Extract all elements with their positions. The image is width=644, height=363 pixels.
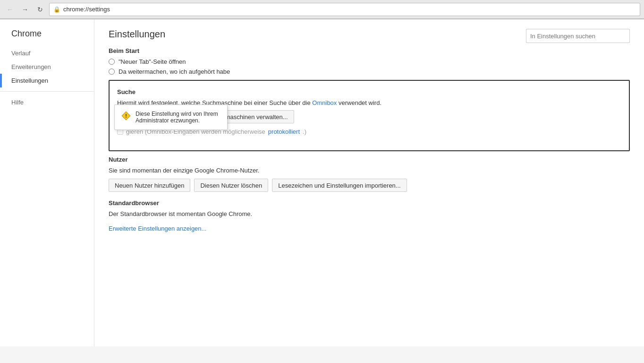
tooltip-text: Diese Einstellung wird von Ihrem Adminis… — [136, 111, 220, 124]
suche-title: Suche — [117, 88, 621, 95]
tooltip-warning-icon: ! — [121, 111, 131, 122]
suche-section: Suche Hiermit wird festgelegt, welche Su… — [117, 88, 621, 135]
toolbar: ← → ↻ 🔒 — [0, 0, 644, 19]
tooltip-warning-svg: ! — [121, 111, 131, 121]
sidebar-divider — [0, 91, 94, 92]
address-input[interactable] — [63, 6, 636, 13]
search-settings-input[interactable] — [526, 29, 630, 43]
standard-title: Standardbrowser — [109, 199, 630, 207]
address-bar[interactable]: 🔒 — [49, 3, 640, 16]
radio-neuer-tab-label: "Neuer Tab"-Seite öffnen — [119, 58, 186, 65]
sidebar-item-label: Verlauf — [11, 50, 30, 57]
sidebar-item-label: Hilfe — [11, 99, 24, 106]
sidebar-item-label: Einstellungen — [11, 77, 48, 84]
radio-option-weitermachen: Da weitermachen, wo ich aufgehört habe — [109, 68, 630, 75]
radio-weitermachen-label: Da weitermachen, wo ich aufgehört habe — [119, 68, 230, 75]
advanced-settings-link[interactable]: Erweiterte Einstellungen anzeigen... — [109, 225, 206, 232]
svg-text:!: ! — [125, 113, 127, 119]
radio-weitermachen[interactable] — [109, 69, 115, 75]
back-button[interactable]: ← — [4, 3, 16, 16]
beim-start-options: "Neuer Tab"-Seite öffnen Da weitermachen… — [109, 58, 630, 75]
standard-section: Standardbrowser Der Standardbrowser ist … — [109, 199, 630, 217]
nutzer-section: Nutzer Sie sind momentan der einzige Goo… — [109, 156, 630, 192]
browser-chrome: ← → ↻ 🔒 — [0, 0, 644, 19]
omnibox-link[interactable]: Omnibox — [312, 99, 337, 106]
sidebar-title: Chrome — [0, 29, 94, 46]
add-user-button[interactable]: Neuen Nutzer hinzufügen — [109, 179, 190, 192]
import-button[interactable]: Lesezeichen und Einstellungen importiere… — [272, 179, 407, 192]
radio-neuer-tab[interactable] — [109, 59, 115, 65]
protokolliert-link[interactable]: protokolliert — [268, 128, 300, 135]
page-body: Chrome Verlauf Erweiterungen Einstellung… — [0, 19, 644, 346]
nutzer-description: Sie sind momentan der einzige Google Chr… — [109, 167, 630, 174]
sidebar-item-label: Erweiterungen — [11, 63, 51, 70]
delete-user-button[interactable]: Diesen Nutzer löschen — [194, 179, 268, 192]
reload-button[interactable]: ↻ — [34, 3, 46, 16]
sidebar-item-einstellungen[interactable]: Einstellungen — [0, 74, 94, 87]
sidebar-item-erweiterungen[interactable]: Erweiterungen — [0, 60, 94, 74]
sidebar: Chrome Verlauf Erweiterungen Einstellung… — [0, 19, 94, 346]
suche-desc-post: verwendet wird. — [337, 99, 381, 106]
beim-start-title: Beim Start — [109, 47, 630, 54]
radio-option-neuer-tab: "Neuer Tab"-Seite öffnen — [109, 58, 630, 65]
sidebar-item-hilfe[interactable]: Hilfe — [0, 95, 94, 109]
content-area: Einstellungen Beim Start "Neuer Tab"-Sei… — [94, 19, 644, 346]
nutzer-button-row: Neuen Nutzer hinzufügen Diesen Nutzer lö… — [109, 179, 630, 192]
standard-description: Der Standardbrowser ist momentan Google … — [109, 210, 630, 217]
sidebar-item-verlauf[interactable]: Verlauf — [0, 46, 94, 60]
highlight-box: Suche Hiermit wird festgelegt, welche Su… — [109, 80, 630, 151]
prediction-text-post: .) — [303, 128, 306, 135]
page-icon: 🔒 — [53, 6, 60, 13]
nutzer-title: Nutzer — [109, 156, 630, 163]
tooltip-popup: ! Diese Einstellung wird von Ihrem Admin… — [114, 104, 228, 130]
forward-button[interactable]: → — [19, 3, 31, 16]
